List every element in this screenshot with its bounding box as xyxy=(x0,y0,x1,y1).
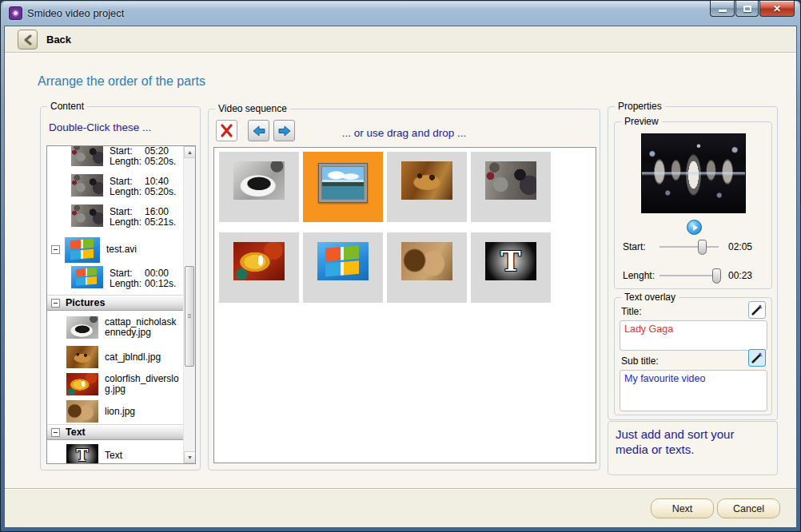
group-name: Text xyxy=(66,427,86,438)
text-overlay-title: Text overlay xyxy=(621,292,679,303)
header-strip: Back xyxy=(5,26,796,53)
list-group-text[interactable]: Text xyxy=(47,424,183,440)
length-value: 05:21s. xyxy=(145,217,176,228)
close-button[interactable]: ✕ xyxy=(759,1,795,17)
list-item-segment[interactable]: Start:16:00 Length:05:21s. xyxy=(47,203,183,233)
thumbnail-windows-logo-icon xyxy=(317,242,369,280)
video-sequence-panel: Video sequence ... or use drag and drop … xyxy=(208,109,600,470)
list-item-segment[interactable]: Start:10:40 Length:05:20s. xyxy=(47,173,183,203)
sequence-cell[interactable] xyxy=(471,152,551,222)
length-label: Length: xyxy=(110,187,145,197)
cancel-button[interactable]: Cancel xyxy=(717,498,780,518)
thumbnail-text-icon xyxy=(66,444,98,464)
client-area: Back Arrange the order of the parts Cont… xyxy=(4,26,797,528)
start-slider-thumb[interactable] xyxy=(698,240,707,255)
content-list[interactable]: Start:05:20 Length:05:20s. Start:10:40 L… xyxy=(46,145,196,464)
collapse-icon[interactable] xyxy=(51,428,60,437)
thumbnail-cat-brown-icon xyxy=(66,346,98,368)
segment-info: Start:05:20 Length:05:20s. xyxy=(110,146,176,167)
sequence-cell[interactable] xyxy=(219,232,299,303)
close-icon: ✕ xyxy=(773,3,781,14)
thumbnail-speech-icon xyxy=(71,146,103,166)
window-title: Smideo video project xyxy=(27,7,124,19)
preview-group: Preview Start: 02:05 Lenght: 00:23 xyxy=(614,121,772,289)
length-label: Length: xyxy=(110,217,145,228)
file-name: colorfish_diverslog.jpg xyxy=(105,374,181,395)
back-button[interactable] xyxy=(18,30,38,50)
thumbnail-fish-icon xyxy=(66,373,98,395)
scrollbar[interactable]: ▲ ▼ xyxy=(183,146,195,463)
next-button[interactable]: Next xyxy=(651,498,714,518)
video-preview-frame xyxy=(641,133,746,213)
thumbnail-lion-icon xyxy=(401,242,452,280)
list-item-video-node[interactable]: test.avi xyxy=(47,233,183,264)
scroll-down-icon[interactable]: ▼ xyxy=(184,451,196,463)
list-item-picture[interactable]: cat_jblndl.jpg xyxy=(47,343,183,370)
thumbnail-cat-brown-icon xyxy=(401,161,452,200)
thumbnail-speech-icon xyxy=(71,204,103,227)
list-item-segment[interactable]: Start:05:20 Length:05:20s. xyxy=(47,146,183,173)
font-edit-icon xyxy=(751,304,763,316)
group-name: Pictures xyxy=(66,297,105,308)
list-item-picture[interactable]: cattap_nicholaskennedy.jpg xyxy=(47,311,183,343)
scroll-up-icon[interactable]: ▲ xyxy=(184,146,196,158)
collapse-icon[interactable] xyxy=(51,245,60,254)
sequence-cell[interactable] xyxy=(471,232,551,303)
length-value: 05:20s. xyxy=(145,187,176,197)
text-overlay-group: Text overlay Title: Lady Gaga Sub title: xyxy=(614,297,772,415)
length-slider[interactable] xyxy=(660,275,719,277)
content-instruction: Double-Click these ... xyxy=(49,121,151,133)
sequence-cell-selected[interactable] xyxy=(303,152,383,222)
title-font-button[interactable] xyxy=(748,301,766,319)
title-bar[interactable]: Smideo video project ✕ xyxy=(1,1,800,26)
title-label: Title: xyxy=(621,306,642,317)
thumbnail-windows-logo-icon xyxy=(65,237,100,263)
maximize-button[interactable] xyxy=(735,1,759,17)
font-edit-icon xyxy=(751,352,763,363)
page-title: Arrange the order of the parts xyxy=(38,74,205,89)
subtitle-input[interactable]: My favourite video xyxy=(620,370,767,411)
footer-strip: Next Cancel xyxy=(5,488,796,527)
subtitle-font-button[interactable] xyxy=(748,349,766,367)
back-arrow-icon xyxy=(23,34,33,46)
scrollbar-thumb[interactable] xyxy=(185,266,194,367)
start-slider-value: 02:05 xyxy=(728,241,752,252)
segment-info: Start:16:00 Length:05:21s. xyxy=(110,204,176,228)
minimize-icon xyxy=(719,10,727,12)
file-name: cattap_nicholaskennedy.jpg xyxy=(105,317,181,338)
sequence-cell[interactable] xyxy=(219,152,299,222)
file-name: test.avi xyxy=(106,244,183,255)
segment-info: Start:10:40 Length:05:20s. xyxy=(110,174,176,197)
minimize-button[interactable] xyxy=(710,1,735,17)
file-name: Text xyxy=(105,451,181,461)
length-slider-value: 00:23 xyxy=(728,270,752,281)
sequence-cell[interactable] xyxy=(303,232,383,303)
play-button[interactable] xyxy=(687,220,702,235)
length-slider-thumb[interactable] xyxy=(712,268,721,284)
thumbnail-speech-icon xyxy=(485,161,536,200)
file-name: cat_jblndl.jpg xyxy=(105,352,181,363)
title-input[interactable]: Lady Gaga xyxy=(620,320,767,351)
list-item-text[interactable]: Text xyxy=(47,440,183,464)
file-name: lion.jpg xyxy=(105,407,181,417)
list-item-segment[interactable]: Start:00:00 Length:00:12s. xyxy=(47,264,183,295)
maximize-icon xyxy=(743,6,751,12)
segment-info: Start:00:00 Length:00:12s. xyxy=(110,266,176,289)
sequence-instruction: ... or use drag and drop ... xyxy=(209,127,600,139)
collapse-icon[interactable] xyxy=(51,299,60,308)
list-item-picture[interactable]: colorfish_diverslog.jpg xyxy=(47,370,183,397)
properties-panel: Properties Preview Start: 02:05 Lenght: xyxy=(608,106,778,420)
sequence-area[interactable] xyxy=(213,147,596,463)
thumbnail-lion-icon xyxy=(66,400,98,423)
length-value: 05:20s. xyxy=(145,157,176,167)
list-item-picture[interactable]: lion.jpg xyxy=(47,397,183,424)
list-group-pictures[interactable]: Pictures xyxy=(47,295,183,311)
sequence-panel-title: Video sequence xyxy=(215,103,290,114)
start-slider[interactable] xyxy=(660,246,719,248)
length-value: 00:12s. xyxy=(145,279,176,289)
start-slider-label: Start: xyxy=(623,241,646,252)
properties-panel-title: Properties xyxy=(615,101,665,112)
content-list-rows: Start:05:20 Length:05:20s. Start:10:40 L… xyxy=(47,146,183,464)
sequence-cell[interactable] xyxy=(387,152,467,222)
sequence-cell[interactable] xyxy=(387,232,467,303)
